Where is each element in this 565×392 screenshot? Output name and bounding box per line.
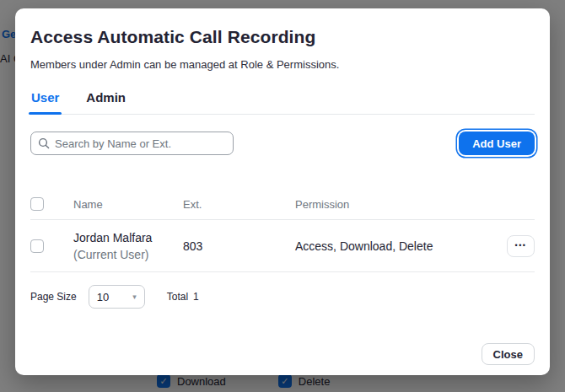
row-checkbox-cell: [30, 239, 73, 253]
pagination-bar: Page Size 10 ▾ Total 1: [30, 285, 535, 309]
total-label: Total: [167, 291, 188, 303]
tab-bar: User Admin: [30, 90, 535, 115]
toolbar: Add User: [30, 132, 535, 155]
page-size-label: Page Size: [30, 291, 77, 303]
tab-user[interactable]: User: [30, 90, 60, 114]
search-input[interactable]: [55, 137, 226, 150]
select-all-checkbox[interactable]: [30, 197, 44, 211]
row-actions-cell: [494, 235, 535, 257]
table-header-row: Name Ext. Permission: [30, 189, 535, 219]
access-call-recording-dialog: Access Automatic Call Recording Members …: [15, 8, 550, 375]
table-row: Jordan Malfara (Current User) 803 Access…: [30, 219, 535, 272]
column-header-ext: Ext.: [183, 198, 295, 211]
tab-admin[interactable]: Admin: [85, 90, 126, 114]
close-button[interactable]: Close: [482, 343, 535, 365]
user-permission: Access, Download, Delete: [295, 239, 494, 253]
row-checkbox[interactable]: [30, 239, 44, 253]
dialog-title: Access Automatic Call Recording: [30, 27, 535, 47]
column-header-name: Name: [73, 198, 183, 211]
dialog-subtitle: Members under Admin can be managed at Ro…: [30, 58, 535, 71]
users-table: Name Ext. Permission Jordan Malfara (Cur…: [30, 189, 535, 272]
row-more-actions-button[interactable]: [507, 235, 535, 257]
search-box[interactable]: [30, 132, 234, 155]
user-name-cell: Jordan Malfara (Current User): [73, 229, 183, 263]
page-size-value: 10: [97, 291, 132, 303]
total-count: Total 1: [167, 291, 199, 303]
add-user-button[interactable]: Add User: [459, 132, 535, 155]
total-value: 1: [193, 291, 199, 303]
chevron-down-icon: ▾: [132, 293, 137, 301]
page-size-select[interactable]: 10 ▾: [89, 285, 145, 309]
search-icon: [38, 137, 50, 149]
user-name-note: (Current User): [73, 246, 183, 263]
user-ext: 803: [183, 239, 295, 253]
user-name: Jordan Malfara: [73, 229, 183, 246]
header-checkbox-cell: [30, 197, 73, 211]
column-header-permission: Permission: [295, 198, 494, 211]
